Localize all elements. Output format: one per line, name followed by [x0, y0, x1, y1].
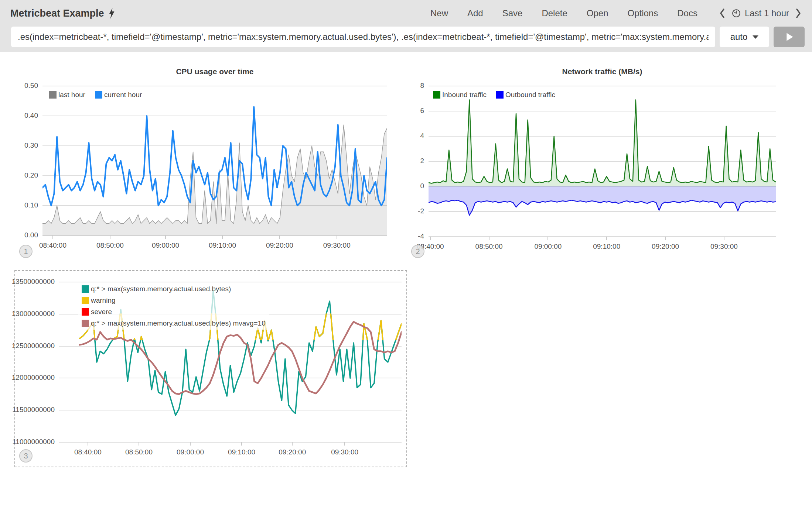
x-axis-tick — [606, 237, 607, 240]
menu-item-delete[interactable]: Delete — [542, 8, 567, 18]
x-axis-tick — [489, 237, 489, 240]
header-row: Metricbeat Example New Add Save Delete O… — [0, 0, 812, 24]
plot-area-cpu[interactable] — [42, 86, 387, 236]
chart-network: Network traffic (MB/s)86420-2-408:40:000… — [414, 66, 787, 258]
x-axis-tick — [292, 442, 293, 446]
y-axis-label: 0.10 — [0, 201, 38, 209]
legend-swatch — [82, 320, 89, 327]
x-axis-label: 09:00:00 — [526, 243, 570, 251]
menu-item-open[interactable]: Open — [587, 8, 608, 18]
legend-item: Outbound traffic — [496, 91, 555, 99]
y-axis-label: 0.30 — [0, 141, 38, 149]
chevron-right-icon[interactable] — [795, 8, 802, 18]
top-bar: Metricbeat Example New Add Save Delete O… — [0, 0, 812, 52]
x-axis-tick — [88, 442, 88, 446]
warning-segment — [269, 330, 273, 340]
y-axis-label: 4 — [366, 132, 424, 140]
play-icon — [783, 31, 795, 43]
lightning-bolt-icon — [109, 8, 115, 19]
y-axis-label: 12000000000 — [0, 374, 55, 382]
query-bar: auto — [0, 24, 812, 47]
legend-item: q:* > max(system.memory.actual.used.byte… — [82, 319, 266, 327]
x-axis-tick — [139, 442, 139, 446]
timelion-expression-input[interactable] — [11, 27, 715, 47]
y-axis-label: 12500000000 — [0, 342, 55, 350]
menu-item-docs[interactable]: Docs — [677, 8, 697, 18]
y-axis-label: 6 — [366, 107, 424, 115]
legend-label: current hour — [104, 91, 142, 99]
y-axis-label: 0.00 — [0, 231, 38, 239]
y-axis-label: 0.20 — [0, 171, 38, 179]
legend-cpu: last hourcurrent hour — [49, 91, 142, 99]
x-axis-label: 09:20:00 — [257, 241, 302, 250]
legend-swatch — [82, 285, 89, 293]
chart-badge-1: 1 — [19, 245, 33, 258]
legend-item: severe — [82, 308, 266, 316]
legend-label: severe — [91, 308, 112, 316]
legend-label: Inbound traffic — [442, 91, 487, 99]
y-axis-label: 0.40 — [0, 111, 38, 120]
x-axis-tick — [165, 236, 166, 239]
menu-item-options[interactable]: Options — [628, 8, 658, 18]
x-axis-label: 09:00:00 — [143, 241, 188, 250]
warning-segment — [134, 338, 135, 340]
y-axis-label: 2 — [366, 157, 424, 165]
chart-title: Network traffic (MB/s) — [429, 67, 776, 76]
x-axis-label: 09:10:00 — [584, 243, 629, 251]
interval-label: auto — [730, 32, 748, 42]
x-axis-label: 09:30:00 — [702, 243, 746, 251]
legend-memory: q:* > max(system.memory.actual.used.byte… — [78, 283, 269, 330]
time-range-label: Last 1 hour — [745, 8, 789, 18]
x-axis-tick — [279, 236, 280, 239]
line-q:* > max(system.memory.actual.used.bytes) mvavg=10 — [80, 322, 402, 394]
menu-item-new[interactable]: New — [430, 8, 448, 18]
interval-select[interactable]: auto — [720, 27, 769, 47]
chart-title: CPU usage over time — [42, 67, 387, 76]
plot-area-network[interactable] — [429, 86, 776, 237]
warning-segment — [141, 337, 142, 340]
x-axis-label: 08:50:00 — [117, 448, 161, 456]
x-axis-tick — [724, 237, 724, 240]
legend-item: warning — [82, 296, 266, 305]
x-axis-tick — [110, 236, 110, 239]
x-axis-tick — [337, 236, 337, 239]
legend-swatch — [82, 297, 89, 304]
x-axis-label: 09:30:00 — [323, 448, 367, 456]
x-axis-tick — [241, 442, 242, 446]
legend-label: q:* > max(system.memory.actual.used.byte… — [91, 319, 266, 327]
menu-item-add[interactable]: Add — [467, 8, 483, 18]
x-axis-label: 09:10:00 — [200, 241, 245, 250]
y-axis-label: -4 — [366, 232, 424, 240]
area-Outbound traffic — [429, 186, 776, 215]
chevron-left-icon[interactable] — [719, 8, 726, 18]
chart-badge-3: 3 — [19, 449, 33, 463]
legend-network: Inbound trafficOutbound traffic — [433, 91, 555, 99]
x-axis-label: 08:40:00 — [31, 241, 75, 250]
x-axis-tick — [430, 237, 431, 240]
x-axis-label: 08:50:00 — [467, 243, 511, 251]
legend-item: Inbound traffic — [433, 91, 487, 99]
legend-label: q:* > max(system.memory.actual.used.byte… — [91, 285, 231, 293]
x-axis-label: 09:30:00 — [315, 241, 359, 250]
warning-segment — [378, 320, 383, 340]
legend-swatch — [496, 91, 504, 99]
y-axis-label: 0.50 — [0, 82, 38, 90]
x-axis-label: 09:00:00 — [168, 448, 212, 456]
legend-item: q:* > max(system.memory.actual.used.byte… — [82, 285, 266, 293]
time-range-button[interactable]: Last 1 hour — [731, 8, 789, 18]
x-axis-tick — [52, 236, 53, 239]
x-axis-tick — [344, 442, 345, 446]
page-title: Metricbeat Example — [10, 8, 115, 19]
menu-item-save[interactable]: Save — [502, 8, 523, 18]
y-axis-label: 13000000000 — [0, 310, 55, 318]
run-query-button[interactable] — [774, 27, 805, 47]
legend-swatch — [49, 91, 57, 99]
legend-item: last hour — [49, 91, 85, 99]
x-axis-tick — [547, 237, 548, 240]
x-axis-tick — [222, 236, 223, 239]
x-axis-tick — [190, 442, 191, 446]
legend-swatch — [82, 308, 89, 316]
main-menu: New Add Save Delete Open Options Docs — [430, 8, 697, 18]
y-axis-label: 0 — [366, 182, 424, 190]
y-axis-label: 13500000000 — [0, 278, 55, 286]
